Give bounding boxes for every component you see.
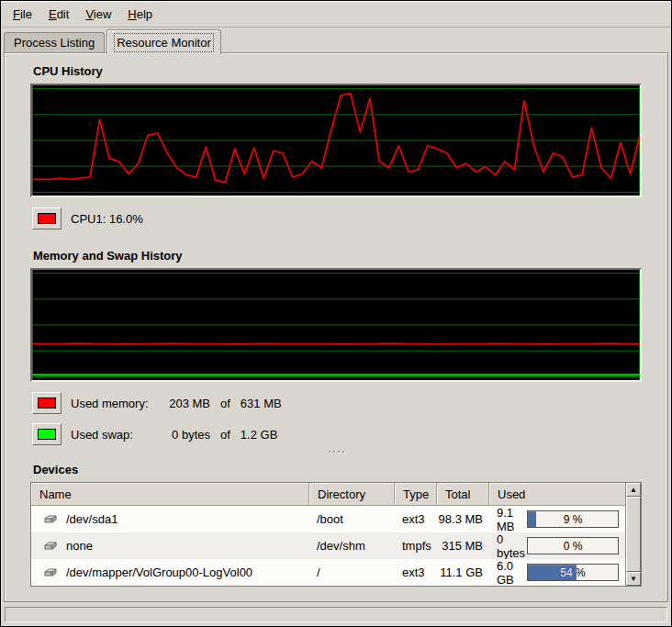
- hard-disk-icon: [43, 565, 58, 580]
- swap-of-label: of: [220, 428, 230, 442]
- hard-disk-icon: [43, 539, 58, 554]
- memory-history-title: Memory and Swap History: [33, 249, 667, 263]
- swap-legend-label: Used swap:: [71, 428, 159, 442]
- memory-color-swatch: [38, 397, 56, 409]
- menu-help-label: elp: [137, 7, 152, 21]
- usage-progress-bar: 0 % 0 %: [527, 537, 619, 554]
- menu-help-accel: H: [128, 7, 136, 21]
- menu-edit-accel: E: [49, 7, 57, 21]
- cpu-legend: CPU1: 16.0%: [32, 207, 667, 230]
- scrollbar-thumb[interactable]: [626, 497, 641, 572]
- memory-used-value: 203 MB: [159, 397, 210, 410]
- progress-label: 0 %: [528, 538, 618, 554]
- swap-used-value: 0 bytes: [159, 428, 210, 442]
- cell-total: 98.3 MB: [437, 512, 489, 526]
- menu-help[interactable]: Help: [119, 4, 161, 25]
- scroll-up-icon: ▲: [630, 487, 637, 494]
- table-row-none[interactable]: none /dev/shm tmpfs 315 MB 0 bytes 0 % 0…: [31, 532, 625, 559]
- memory-legend-label: Used memory:: [71, 397, 159, 410]
- cell-type: tmpfs: [395, 539, 437, 553]
- header-directory[interactable]: Directory: [309, 483, 395, 506]
- devices-title: Devices: [33, 463, 667, 476]
- swap-color-button[interactable]: [32, 423, 62, 445]
- cpu-graph-canvas: [32, 85, 640, 196]
- notebook-tabs: Process Listing Resource Monitor: [4, 28, 223, 53]
- devices-table-header: Name Directory Type Total Used: [31, 483, 625, 506]
- memory-total-value: 631 MB: [241, 397, 282, 410]
- menu-edit-label: dit: [57, 7, 70, 21]
- header-used[interactable]: Used: [489, 483, 625, 506]
- memory-history-graph: [30, 268, 642, 382]
- menu-edit[interactable]: Edit: [40, 4, 77, 25]
- progress-clip: 9 %: [528, 511, 536, 527]
- device-name: none: [66, 539, 93, 553]
- cell-used: 6.0 GB 54 % 54 %: [489, 559, 625, 587]
- status-bar: [5, 607, 667, 622]
- cell-total: 315 MB: [437, 539, 489, 553]
- cell-name: none: [31, 539, 309, 554]
- scroll-down-icon: ▼: [630, 576, 637, 583]
- menu-view-label: iew: [94, 7, 112, 21]
- swap-total-value: 1.2 GB: [241, 428, 277, 442]
- cell-name: /dev/mapper/VolGroup00-LogVol00: [31, 565, 309, 580]
- cell-directory: /dev/shm: [309, 539, 395, 553]
- progress-label-inverse: 54 %: [528, 565, 577, 580]
- memory-legend: Used memory: 203 MB of 631 MB: [32, 391, 667, 415]
- tab-resource-monitor-label: Resource Monitor: [117, 36, 211, 50]
- cell-directory: /boot: [309, 512, 395, 526]
- tab-resource-monitor[interactable]: Resource Monitor: [106, 29, 221, 54]
- menu-file[interactable]: File: [5, 4, 40, 25]
- cell-directory: /: [309, 565, 395, 579]
- cpu-history-title: CPU History: [33, 64, 667, 78]
- device-name: /dev/mapper/VolGroup00-LogVol00: [66, 565, 252, 579]
- menu-bar: File Edit View Help: [1, 1, 671, 28]
- menu-view[interactable]: View: [77, 4, 119, 25]
- table-row-dev-sda1[interactable]: /dev/sda1 /boot ext3 98.3 MB 9.1 MB 9 % …: [31, 506, 625, 532]
- used-value: 6.0 GB: [497, 559, 527, 587]
- swap-color-swatch: [38, 429, 56, 440]
- pane-resize-handle[interactable]: [5, 448, 667, 455]
- table-row-volgroup[interactable]: /dev/mapper/VolGroup00-LogVol00 / ext3 1…: [31, 559, 625, 586]
- usage-progress-bar: 54 % 54 %: [527, 564, 619, 581]
- tab-process-listing-label: Process Listing: [14, 36, 95, 50]
- cell-used: 9.1 MB 9 % 9 %: [489, 506, 625, 533]
- cell-type: ext3: [395, 565, 437, 579]
- cell-name: /dev/sda1: [31, 512, 309, 527]
- menu-file-accel: F: [13, 7, 20, 21]
- vertical-scrollbar: ▲ ▼: [625, 483, 641, 586]
- progress-clip: 54 %: [528, 565, 577, 580]
- header-type[interactable]: Type: [395, 483, 437, 506]
- usage-progress-bar: 9 % 9 %: [527, 510, 619, 528]
- cpu-color-button[interactable]: [32, 207, 62, 230]
- scroll-down-button[interactable]: ▼: [626, 572, 641, 586]
- cpu-color-swatch: [38, 213, 56, 224]
- cpu-history-graph: [30, 84, 642, 197]
- hard-disk-icon: [43, 512, 58, 527]
- tab-process-listing[interactable]: Process Listing: [4, 32, 105, 52]
- menu-view-accel: V: [85, 7, 93, 21]
- header-name[interactable]: Name: [31, 483, 309, 506]
- device-name: /dev/sda1: [66, 512, 118, 526]
- used-value: 0 bytes: [497, 532, 527, 560]
- devices-table-main: Name Directory Type Total Used /: [31, 483, 625, 586]
- memory-color-button[interactable]: [32, 392, 62, 414]
- scroll-up-button[interactable]: ▲: [626, 483, 641, 497]
- system-monitor-window: File Edit View Help Process Listing Reso…: [0, 0, 672, 627]
- devices-table: Name Directory Type Total Used /: [30, 482, 642, 587]
- progress-label-inverse: 9 %: [528, 511, 536, 527]
- swap-legend: Used swap: 0 bytes of 1.2 GB: [32, 422, 667, 446]
- resource-monitor-page: CPU History CPU1: 16.0% Memory and Swap …: [4, 52, 668, 602]
- used-value: 9.1 MB: [497, 506, 527, 533]
- memory-of-label: of: [220, 397, 230, 410]
- cell-type: ext3: [395, 512, 437, 526]
- cell-total: 11.1 GB: [437, 565, 489, 579]
- cell-used: 0 bytes 0 % 0 %: [489, 532, 625, 560]
- memory-graph-canvas: [32, 270, 640, 380]
- cpu-legend-label: CPU1: 16.0%: [71, 212, 143, 226]
- progress-label: 9 %: [528, 511, 618, 527]
- header-total[interactable]: Total: [437, 483, 489, 506]
- menu-file-label: ile: [20, 7, 32, 21]
